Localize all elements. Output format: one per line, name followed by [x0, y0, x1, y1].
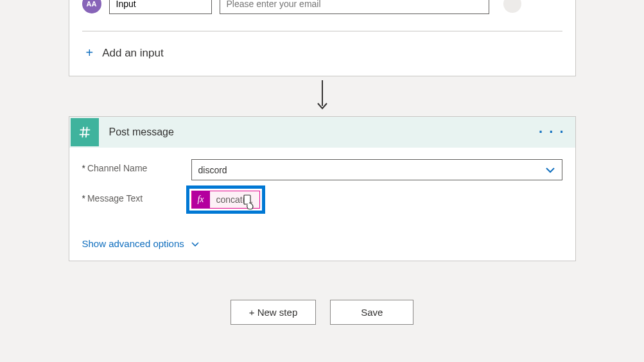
- message-label: *Message Text: [82, 189, 191, 203]
- show-advanced-options[interactable]: Show advanced options: [69, 233, 575, 261]
- channel-select[interactable]: discord: [191, 159, 562, 180]
- avatar-initials: AA: [87, 0, 97, 8]
- delete-input-button[interactable]: [503, 0, 521, 13]
- highlight-box: fx concat(...: [186, 185, 266, 214]
- message-row: *Message Text fx concat(...: [82, 189, 562, 218]
- action-title: Post message: [100, 126, 528, 138]
- bottom-actions: + New step Save: [8, 300, 636, 325]
- hash-icon: [71, 118, 99, 146]
- trigger-card: AA + Add an input: [69, 0, 576, 76]
- avatar: AA: [82, 0, 101, 13]
- add-input-label: Add an input: [102, 47, 163, 60]
- input-name-field[interactable]: [109, 0, 212, 14]
- plus-icon: +: [86, 46, 94, 60]
- trigger-input-row: AA: [69, 0, 575, 28]
- ellipsis-icon[interactable]: · · ·: [528, 124, 575, 141]
- chevron-down-icon: [545, 165, 555, 175]
- channel-row: *Channel Name discord: [82, 159, 562, 180]
- expression-token[interactable]: fx concat(...: [191, 191, 261, 209]
- flow-arrow-icon: [69, 80, 576, 111]
- token-label: concat(...: [210, 194, 260, 205]
- input-value-field[interactable]: [220, 0, 489, 14]
- action-form: *Channel Name discord *Message Text: [69, 148, 575, 233]
- channel-label: *Channel Name: [82, 159, 191, 173]
- add-input-button[interactable]: + Add an input: [69, 31, 575, 76]
- save-button[interactable]: Save: [330, 300, 413, 325]
- action-card: Post message · · · *Channel Name discord: [69, 116, 576, 261]
- action-header[interactable]: Post message · · ·: [69, 117, 575, 148]
- new-step-button[interactable]: + New step: [231, 300, 316, 325]
- channel-value: discord: [198, 165, 227, 175]
- chevron-down-icon: [191, 238, 200, 249]
- fx-icon: fx: [192, 191, 210, 209]
